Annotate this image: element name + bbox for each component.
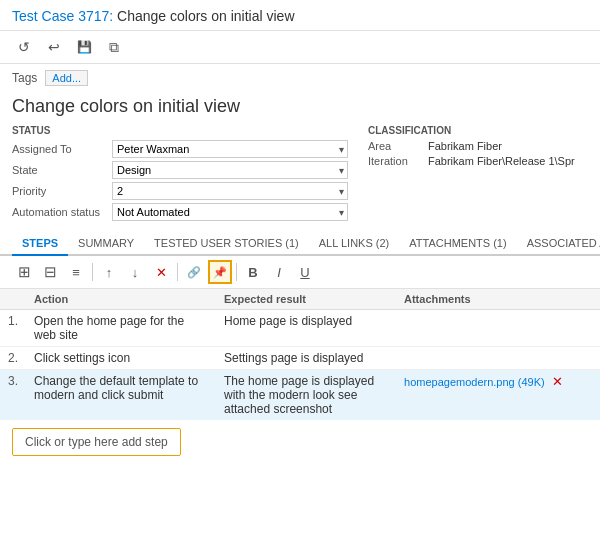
priority-label: Priority xyxy=(12,185,112,197)
tab-attachments[interactable]: ATTACHMENTS (1) xyxy=(399,232,516,254)
sep1 xyxy=(92,263,93,281)
assigned-to-wrap: Peter Waxman xyxy=(112,140,348,158)
attachment-delete-icon[interactable]: ✕ xyxy=(552,374,563,389)
add-attachment-button[interactable]: 📌 xyxy=(208,260,232,284)
tags-label: Tags xyxy=(12,71,37,85)
tab-tested-user-stories[interactable]: TESTED USER STORIES (1) xyxy=(144,232,309,254)
tab-summary[interactable]: SUMMARY xyxy=(68,232,144,254)
steps-table: Action Expected result Attachments 1. Op… xyxy=(0,289,600,420)
action-recording-button[interactable]: 🔗 xyxy=(182,260,206,284)
area-label: Area xyxy=(368,140,428,152)
insert-param-button[interactable]: ≡ xyxy=(64,260,88,284)
insert-shared-button[interactable]: ⊟ xyxy=(38,260,62,284)
status-label: STATUS xyxy=(12,125,348,136)
automation-label: Automation status xyxy=(12,206,112,218)
automation-select[interactable]: Not Automated xyxy=(112,203,348,221)
step-attachments xyxy=(396,347,600,370)
add-step-area[interactable]: Click or type here add step xyxy=(12,428,181,456)
test-case-link[interactable]: Test Case 3717: xyxy=(12,8,113,24)
iteration-value: Fabrikam Fiber\Release 1\Spr xyxy=(428,155,575,167)
save-button[interactable]: 💾 xyxy=(72,35,96,59)
sep2 xyxy=(177,263,178,281)
assigned-to-select[interactable]: Peter Waxman xyxy=(112,140,348,158)
status-col: STATUS Assigned To Peter Waxman State De… xyxy=(12,125,348,224)
copy-button[interactable]: ⧉ xyxy=(102,35,126,59)
state-wrap: Design xyxy=(112,161,348,179)
iteration-row: Iteration Fabrikam Fiber\Release 1\Spr xyxy=(368,155,588,167)
bold-button[interactable]: B xyxy=(241,260,265,284)
col-num xyxy=(0,289,26,310)
tags-add-button[interactable]: Add... xyxy=(45,70,88,86)
table-header-row: Action Expected result Attachments xyxy=(0,289,600,310)
assigned-to-label: Assigned To xyxy=(12,143,112,155)
tab-associated-automation[interactable]: ASSOCIATED AUTOMATION xyxy=(517,232,600,254)
insert-step-button[interactable]: ⊞ xyxy=(12,260,36,284)
main-toolbar: ↺ ↩ 💾 ⧉ xyxy=(0,31,600,64)
tab-all-links[interactable]: ALL LINKS (2) xyxy=(309,232,400,254)
state-row: State Design xyxy=(12,161,348,179)
state-label: State xyxy=(12,164,112,176)
classification-label: CLASSIFICATION xyxy=(368,125,588,136)
table-row: 2. Click settings icon Settings page is … xyxy=(0,347,600,370)
automation-row: Automation status Not Automated xyxy=(12,203,348,221)
assigned-to-row: Assigned To Peter Waxman xyxy=(12,140,348,158)
page-header: Test Case 3717: Change colors on initial… xyxy=(0,0,600,31)
work-item-title: Change colors on initial view xyxy=(0,92,600,125)
step-expected: The home page is displayed with the mode… xyxy=(216,370,396,421)
step-attachments: homepagemodern.png (49K) ✕ xyxy=(396,370,600,421)
step-attachments xyxy=(396,310,600,347)
page-title: Test Case 3717: Change colors on initial… xyxy=(12,8,295,24)
iteration-label: Iteration xyxy=(368,155,428,167)
step-action: Open the home page for the web site xyxy=(26,310,216,347)
classification-col: CLASSIFICATION Area Fabrikam Fiber Itera… xyxy=(368,125,588,224)
col-action: Action xyxy=(26,289,216,310)
fields-section: STATUS Assigned To Peter Waxman State De… xyxy=(0,125,600,224)
undo-button[interactable]: ↩ xyxy=(42,35,66,59)
step-number: 2. xyxy=(0,347,26,370)
move-down-button[interactable]: ↓ xyxy=(123,260,147,284)
table-row: 1. Open the home page for the web site H… xyxy=(0,310,600,347)
steps-container: Action Expected result Attachments 1. Op… xyxy=(0,289,600,464)
automation-wrap: Not Automated xyxy=(112,203,348,221)
step-number: 3. xyxy=(0,370,26,421)
table-row: 3. Change the default template to modern… xyxy=(0,370,600,421)
move-up-button[interactable]: ↑ xyxy=(97,260,121,284)
step-expected: Home page is displayed xyxy=(216,310,396,347)
refresh-button[interactable]: ↺ xyxy=(12,35,36,59)
steps-toolbar: ⊞ ⊟ ≡ ↑ ↓ ✕ 🔗 📌 B I U xyxy=(0,256,600,289)
step-action: Click settings icon xyxy=(26,347,216,370)
underline-button[interactable]: U xyxy=(293,260,317,284)
step-action: Change the default template to modern an… xyxy=(26,370,216,421)
tabs-bar: STEPS SUMMARY TESTED USER STORIES (1) AL… xyxy=(0,232,600,256)
italic-button[interactable]: I xyxy=(267,260,291,284)
tab-steps[interactable]: STEPS xyxy=(12,232,68,256)
state-select[interactable]: Design xyxy=(112,161,348,179)
col-attachments: Attachments xyxy=(396,289,600,310)
tags-row: Tags Add... xyxy=(0,64,600,92)
area-row: Area Fabrikam Fiber xyxy=(368,140,588,152)
priority-row: Priority 2 xyxy=(12,182,348,200)
area-value: Fabrikam Fiber xyxy=(428,140,502,152)
sep3 xyxy=(236,263,237,281)
priority-select[interactable]: 2 xyxy=(112,182,348,200)
col-expected: Expected result xyxy=(216,289,396,310)
attachment-link[interactable]: homepagemodern.png (49K) xyxy=(404,376,545,388)
step-number: 1. xyxy=(0,310,26,347)
delete-button[interactable]: ✕ xyxy=(149,260,173,284)
title-suffix: Change colors on initial view xyxy=(117,8,294,24)
priority-wrap: 2 xyxy=(112,182,348,200)
step-expected: Settings page is displayed xyxy=(216,347,396,370)
